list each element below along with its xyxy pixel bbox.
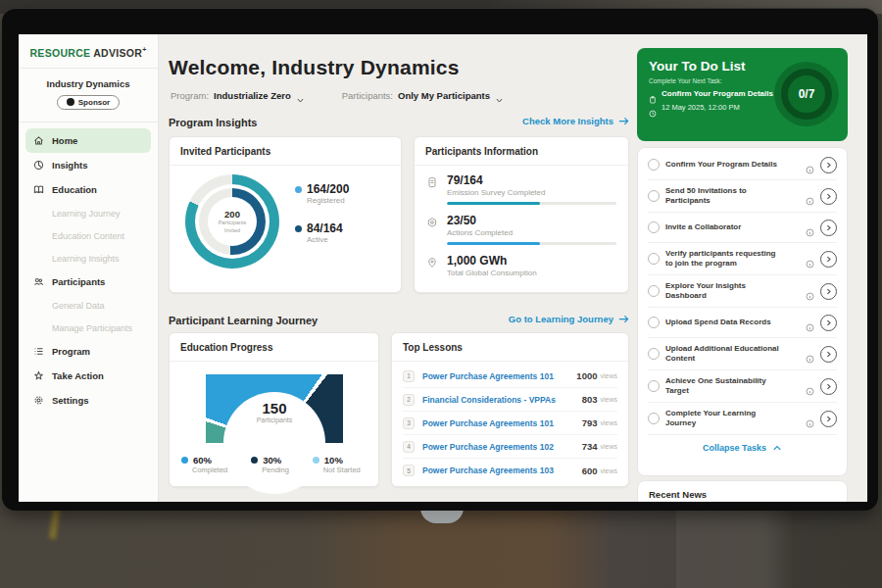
task-go-button[interactable] xyxy=(820,346,837,363)
pending-dot xyxy=(251,457,258,464)
info-icon[interactable] xyxy=(806,255,814,264)
task-checkbox[interactable] xyxy=(648,190,660,202)
task-label: Upload Additional Educational Content xyxy=(665,344,785,364)
program-filter[interactable]: Program: Industrialize Zero xyxy=(171,90,305,101)
page-title: Welcome, Industry Dynamics xyxy=(169,56,460,79)
task-go-button[interactable] xyxy=(820,157,837,173)
sidebar-nav: Home Insights Education Learning Journey… xyxy=(19,122,158,418)
top-lessons-title: Top Lessons xyxy=(392,333,628,362)
education-progress-card: Education Progress 150 Participants 60% … xyxy=(169,332,379,487)
sponsor-badge[interactable]: Sponsor xyxy=(57,95,120,110)
sidebar-item-settings[interactable]: Settings xyxy=(25,388,151,413)
sidebar-item-participants[interactable]: Participants xyxy=(25,270,151,294)
task-checkbox[interactable] xyxy=(648,285,660,297)
lesson-row: 3 Power Purchase Agreements 101 793views xyxy=(403,412,617,435)
task-checkbox[interactable] xyxy=(648,348,660,360)
chevron-up-icon xyxy=(772,444,782,452)
sidebar-item-manage-participants[interactable]: Manage Participants xyxy=(25,317,151,339)
lesson-row: 2 Financial Considerations - VPPAs 803vi… xyxy=(403,388,617,412)
check-more-insights-link[interactable]: Check More Insights xyxy=(522,116,629,126)
sidebar-item-education[interactable]: Education xyxy=(25,177,151,202)
legend-pending: 30% Pending xyxy=(251,455,289,474)
info-icon[interactable] xyxy=(806,223,814,232)
task-checkbox[interactable] xyxy=(648,413,660,424)
org-name: Industry Dynamics xyxy=(26,78,150,89)
lesson-row: 5 Power Purchase Agreements 103 600views xyxy=(403,459,617,482)
info-icon[interactable] xyxy=(806,415,814,423)
collapse-tasks-label: Collapse Tasks xyxy=(703,443,766,453)
sidebar-item-home[interactable]: Home xyxy=(25,128,151,153)
program-filter-value: Industrialize Zero xyxy=(214,90,291,101)
org-block: Industry Dynamics Sponsor xyxy=(19,69,158,123)
active-dot xyxy=(295,225,302,232)
monitor-bezel: RESOURCE ADVISOR+ Industry Dynamics Spon… xyxy=(2,8,878,511)
task-row: Confirm Your Program Details xyxy=(648,150,837,180)
sidebar: RESOURCE ADVISOR+ Industry Dynamics Spon… xyxy=(19,34,159,502)
stat-consumption: 1,000 GWh Total Global Consumption xyxy=(426,254,616,277)
task-go-button[interactable] xyxy=(820,411,837,427)
sidebar-item-take-action[interactable]: Take Action xyxy=(25,364,151,388)
lesson-link[interactable]: Power Purchase Agreements 103 xyxy=(422,466,582,475)
invited-participants-title: Invited Participants xyxy=(170,137,401,166)
task-label: Achieve One Sustainability Target xyxy=(665,376,785,396)
lesson-rank: 5 xyxy=(403,465,415,476)
collapse-tasks-link[interactable]: Collapse Tasks xyxy=(648,435,837,457)
participants-information-card: Participants Information 79/164 Emission… xyxy=(414,136,629,293)
gauge-legend: 60% Completed 30% Pending 10% Not Starte… xyxy=(181,455,361,474)
task-go-button[interactable] xyxy=(820,220,837,236)
lesson-link[interactable]: Financial Considerations - VPPAs xyxy=(422,395,582,405)
donut-center-value: 200 xyxy=(224,209,240,220)
participants-filter-label: Participants: xyxy=(342,90,393,101)
sidebar-item-label: General Data xyxy=(52,301,105,311)
task-label: Confirm Your Program Details xyxy=(665,160,777,170)
info-icon[interactable] xyxy=(806,382,814,391)
sidebar-item-learning-insights[interactable]: Learning Insights xyxy=(25,247,151,270)
task-go-button[interactable] xyxy=(820,188,837,205)
task-row: Upload Spend Data Records xyxy=(648,308,837,338)
task-label: Invite a Collaborator xyxy=(665,222,741,232)
legend-registered: 164/200 Registered xyxy=(295,182,349,205)
task-go-button[interactable] xyxy=(820,315,837,331)
sidebar-item-insights[interactable]: Insights xyxy=(25,153,151,177)
program-insights-heading: Program Insights xyxy=(169,117,257,128)
lesson-rank: 3 xyxy=(403,417,415,429)
info-icon[interactable] xyxy=(806,161,814,170)
task-go-button[interactable] xyxy=(820,251,837,268)
go-to-learning-journey-label: Go to Learning Journey xyxy=(509,314,613,324)
task-checkbox[interactable] xyxy=(648,221,660,233)
info-icon[interactable] xyxy=(806,192,814,201)
info-icon[interactable] xyxy=(806,318,814,327)
lesson-link[interactable]: Power Purchase Agreements 102 xyxy=(422,442,582,452)
participants-information-title: Participants Information xyxy=(415,137,628,166)
top-lessons-card: Top Lessons 1 Power Purchase Agreements … xyxy=(391,332,629,487)
lesson-link[interactable]: Power Purchase Agreements 101 xyxy=(422,418,582,428)
sidebar-item-label: Participants xyxy=(52,276,105,287)
info-icon[interactable] xyxy=(806,287,814,296)
recent-news-title: Recent News xyxy=(638,481,847,502)
sidebar-item-general-data[interactable]: General Data xyxy=(25,294,151,317)
info-icon[interactable] xyxy=(806,350,814,359)
recent-news-card: Recent News xyxy=(637,480,848,502)
background-shelf xyxy=(676,510,882,588)
education-progress-title: Education Progress xyxy=(170,333,378,362)
task-go-button[interactable] xyxy=(820,283,837,300)
task-checkbox[interactable] xyxy=(648,380,660,392)
sidebar-item-learning-journey[interactable]: Learning Journey xyxy=(25,202,151,224)
background-plant xyxy=(49,510,60,540)
go-to-learning-journey-link[interactable]: Go to Learning Journey xyxy=(509,314,629,324)
app-logo: RESOURCE ADVISOR+ xyxy=(19,34,158,69)
task-checkbox[interactable] xyxy=(648,253,660,265)
lesson-row: 1 Power Purchase Agreements 101 1000view… xyxy=(403,365,617,388)
participants-filter[interactable]: Participants: Only My Participants xyxy=(342,90,504,101)
task-go-button[interactable] xyxy=(820,378,837,395)
todo-next-task: Confirm Your Program Details xyxy=(662,89,773,98)
task-checkbox[interactable] xyxy=(648,159,660,171)
task-row: Invite a Collaborator xyxy=(648,213,837,243)
sidebar-item-program[interactable]: Program xyxy=(25,339,151,364)
task-checkbox[interactable] xyxy=(648,317,660,328)
lesson-link[interactable]: Power Purchase Agreements 101 xyxy=(422,371,576,381)
sidebar-item-education-content[interactable]: Education Content xyxy=(25,224,151,247)
legend-completed: 60% Completed xyxy=(181,455,227,474)
task-row: Send 50 Invitations to Participants xyxy=(648,180,837,213)
sidebar-item-label: Learning Insights xyxy=(52,254,120,264)
